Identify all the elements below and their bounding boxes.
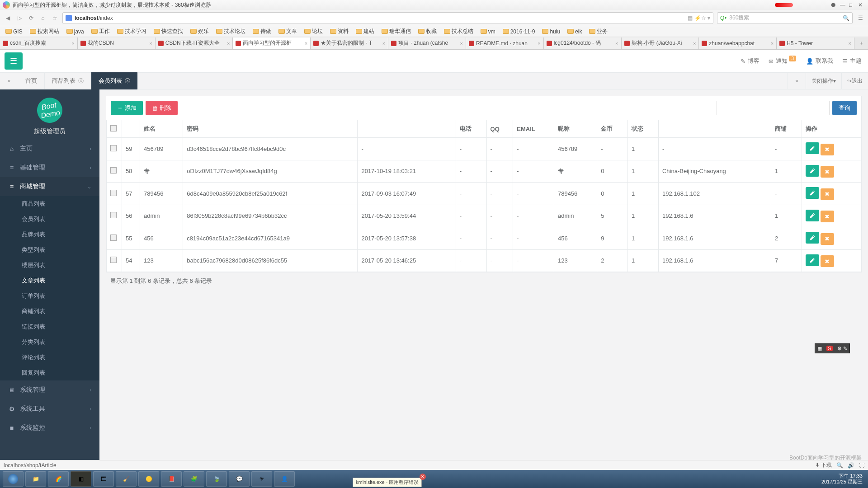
query-button[interactable]: 查询 <box>832 101 857 115</box>
bookmark-item[interactable]: GIS <box>3 28 25 35</box>
close-ops-dropdown[interactable]: 关闭操作 ▾ <box>806 72 841 89</box>
col-shop[interactable]: 商铺 <box>771 120 802 138</box>
close-window-button[interactable]: ✕ <box>858 2 865 8</box>
bookmark-item[interactable]: 技术学习 <box>114 27 149 36</box>
edit-button[interactable] <box>806 232 819 244</box>
top-blog-link[interactable]: ✎博客 <box>741 57 760 65</box>
top-notify-link[interactable]: ✉通知3 <box>769 57 797 65</box>
bookmark-item[interactable]: 快速查找 <box>151 27 186 36</box>
edit-button[interactable] <box>806 142 819 154</box>
tab-close-icon[interactable]: × <box>71 41 74 46</box>
new-tab-button[interactable]: ＋ <box>854 39 868 47</box>
row-checkbox[interactable] <box>110 212 117 218</box>
tab-close-icon[interactable]: × <box>305 41 307 46</box>
menu-button[interactable]: ☰ <box>856 15 864 21</box>
browser-tab[interactable]: ★关于私密的限制 - T× <box>311 38 388 49</box>
logout-link[interactable]: ↪ 退出 <box>841 72 868 89</box>
sidebar-sub-cat[interactable]: 分类列表 <box>0 334 99 350</box>
bookmark-item[interactable]: 建站 <box>353 27 377 36</box>
search-input[interactable] <box>717 101 830 115</box>
sidebar-item-mall[interactable]: ≡商城管理⌄ <box>0 177 99 196</box>
taskbar-app4[interactable]: 🧹 <box>116 471 137 487</box>
taskbar-app3[interactable]: 🗔 <box>93 471 114 487</box>
taskbar-app7[interactable]: 🍃 <box>206 471 227 487</box>
delete-button[interactable]: 🗑删除 <box>146 101 178 115</box>
sidebar-sub-type[interactable]: 类型列表 <box>0 242 99 258</box>
row-checkbox[interactable] <box>110 145 117 151</box>
sidebar-sub-reply[interactable]: 回复列表 <box>0 365 99 380</box>
search-go-icon[interactable]: 🔍 <box>843 15 849 21</box>
browser-tab[interactable]: README.md · zhuan× <box>466 38 544 49</box>
tab-close-icon[interactable]: × <box>693 41 696 46</box>
row-checkbox[interactable] <box>110 190 117 196</box>
row-delete-button[interactable]: ✖ <box>821 144 834 155</box>
bookmark-item[interactable]: 论坛 <box>302 27 326 36</box>
back-button[interactable]: ◀ <box>4 15 12 21</box>
address-bar[interactable]: localhost /index ▤ ⚡☆ ▾ <box>62 12 713 24</box>
col-coin[interactable]: 金币 <box>597 120 628 138</box>
favorite-button[interactable]: ☆ <box>51 15 59 21</box>
sidebar-toggle-button[interactable]: ☰ <box>5 52 23 70</box>
bookmark-item[interactable]: 技术论坛 <box>213 27 248 36</box>
col-status[interactable]: 状态 <box>628 120 659 138</box>
sidebar-sub-goods[interactable]: 商品列表 <box>0 196 99 211</box>
minimize-button[interactable]: — <box>840 2 847 8</box>
browser-tab[interactable]: zhuan/webappchat× <box>699 38 777 49</box>
bookmark-item[interactable]: 业务 <box>586 27 610 36</box>
tab-close-icon[interactable]: × <box>849 41 851 46</box>
bookmark-item[interactable]: 技术总结 <box>441 27 476 36</box>
download-link[interactable]: ⬇ 下载 <box>815 461 832 469</box>
bookmark-item[interactable]: 资料 <box>327 27 351 36</box>
top-contact-link[interactable]: 👤联系我 <box>806 57 833 65</box>
page-tab-prev[interactable]: « <box>0 72 18 89</box>
taskbar-tooltip[interactable]: kminisite.exe - 应用程序错误✕ <box>353 478 422 487</box>
zoom-icon[interactable]: 🔍 <box>836 462 843 469</box>
row-checkbox[interactable] <box>110 167 117 174</box>
row-delete-button[interactable]: ✖ <box>821 233 834 245</box>
edit-button[interactable] <box>806 187 819 199</box>
bookmark-item[interactable]: java <box>64 28 87 35</box>
tab-close-icon[interactable]: × <box>460 41 462 46</box>
home-button[interactable]: ⌂ <box>39 15 47 21</box>
col-nick[interactable]: 昵称 <box>554 120 597 138</box>
sidebar-sub-order[interactable]: 订单列表 <box>0 288 99 304</box>
taskbar-explorer[interactable]: 📁 <box>25 471 46 487</box>
bookmark-item[interactable]: 搜索网站 <box>27 27 62 36</box>
sidebar-sub-floor[interactable]: 楼层列表 <box>0 258 99 273</box>
taskbar-app2[interactable]: ◧ <box>71 471 91 487</box>
select-all-checkbox[interactable] <box>110 125 117 131</box>
close-icon[interactable]: ⓧ <box>78 77 84 85</box>
tab-close-icon[interactable]: × <box>538 41 540 46</box>
bookmark-item[interactable]: vm <box>478 28 498 35</box>
browser-tab[interactable]: H5 - Tower× <box>777 38 854 49</box>
taskbar-app8[interactable]: ✳ <box>251 471 272 487</box>
sidebar-sub-shop[interactable]: 商铺列表 <box>0 304 99 319</box>
row-delete-button[interactable]: ✖ <box>821 255 834 267</box>
sidebar-item-sysmgmt[interactable]: 🖥系统管理‹ <box>0 380 99 399</box>
browser-tab[interactable]: 架构-小哥 (JiaGou-Xi× <box>622 38 699 49</box>
bookmark-item[interactable]: 娱乐 <box>188 27 212 36</box>
sound-icon[interactable]: 🔊 <box>848 462 854 469</box>
taskbar-app5[interactable]: 📕 <box>161 471 182 487</box>
system-tray[interactable]: 下午 17:33 2017/10/25 星期三 <box>821 473 865 485</box>
fullscreen-icon[interactable]: ⛶ <box>859 462 864 469</box>
reload-button[interactable]: ⟳ <box>27 15 35 21</box>
bookmark-item[interactable]: 瑞华通信 <box>379 27 414 36</box>
tab-close-icon[interactable]: × <box>615 41 618 46</box>
page-tab-members[interactable]: 会员列表ⓧ <box>91 72 138 89</box>
row-delete-button[interactable]: ✖ <box>821 188 834 200</box>
browser-search[interactable]: Q‣ 360搜索 🔍 <box>717 12 853 24</box>
bookmark-item[interactable]: 文章 <box>276 27 300 36</box>
browser-tab[interactable]: 项目 - zhuan (catshe× <box>388 38 466 49</box>
maximize-button[interactable]: □ <box>849 2 856 8</box>
top-theme-link[interactable]: ☰主题 <box>842 57 862 65</box>
browser-tab[interactable]: csdn_百度搜索× <box>0 38 78 49</box>
row-delete-button[interactable]: ✖ <box>821 211 834 222</box>
taskbar-app9[interactable]: 👤 <box>274 471 295 487</box>
col-email[interactable]: EMAIL <box>513 120 554 138</box>
browser-tab[interactable]: 面向学习型的开源框× <box>233 38 311 49</box>
add-button[interactable]: ＋添加 <box>111 101 143 115</box>
edit-button[interactable] <box>806 254 819 266</box>
close-icon[interactable]: ⓧ <box>125 77 130 85</box>
row-checkbox[interactable] <box>110 235 117 241</box>
